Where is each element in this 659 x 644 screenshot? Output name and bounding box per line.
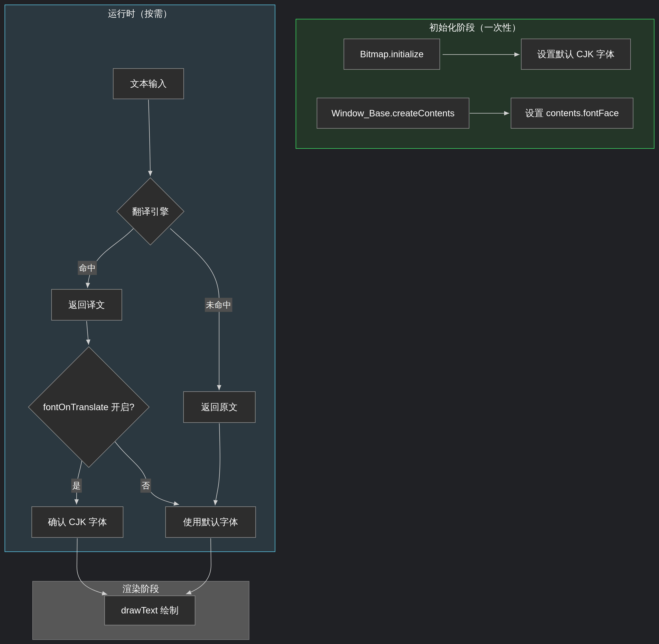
edge-label-yes: 是 <box>71 479 82 493</box>
edge-return-original-to-use-default <box>215 423 220 505</box>
decision-translate-engine-label: 翻译引擎 <box>114 205 187 218</box>
node-return-original: 返回原文 <box>183 391 256 423</box>
node-text-input: 文本输入 <box>113 68 184 99</box>
node-set-default-cjk: 设置默认 CJK 字体 <box>521 39 631 70</box>
flowchart-canvas: 运行时（按需） 初始化阶段（一次性） 渲染阶段 文本输入 翻译引擎 <box>0 0 659 644</box>
edges-layer <box>0 0 659 644</box>
edge-confirm-cjk-to-draw-text <box>77 538 107 594</box>
edge-use-default-to-draw-text <box>186 538 211 594</box>
node-bitmap-initialize: Bitmap.initialize <box>344 39 440 70</box>
edge-label-miss: 未命中 <box>205 298 232 312</box>
node-use-default: 使用默认字体 <box>165 506 256 538</box>
edge-label-hit: 命中 <box>78 261 97 275</box>
node-set-contents-fontface: 设置 contents.fontFace <box>511 98 633 129</box>
edge-return-translation-to-font-check <box>87 321 89 345</box>
edge-font-check-no-to-use-default <box>115 442 179 505</box>
node-return-translation: 返回译文 <box>51 289 122 321</box>
node-draw-text: drawText 绘制 <box>104 596 195 625</box>
edge-translate-engine-hit-to-return-translation <box>88 229 133 288</box>
node-confirm-cjk: 确认 CJK 字体 <box>31 506 124 538</box>
edge-label-no: 否 <box>140 479 151 493</box>
decision-font-check-label: fontOnTranslate 开启? <box>25 401 153 413</box>
node-window-create-contents: Window_Base.createContents <box>317 98 469 129</box>
edge-text-input-to-translate-engine <box>149 100 150 176</box>
